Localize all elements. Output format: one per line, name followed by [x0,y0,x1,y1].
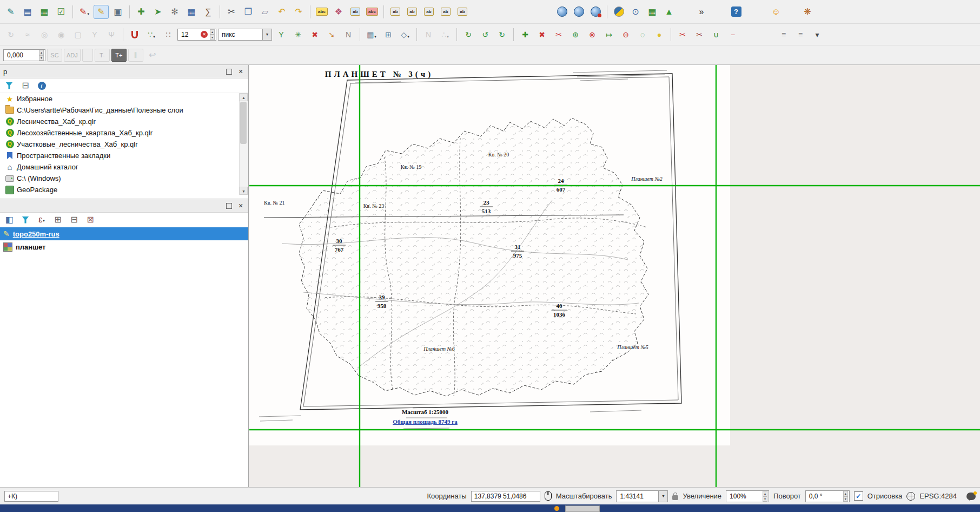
snapping-intersection-icon[interactable]: ✳ [290,28,306,42]
python-console-icon[interactable] [611,5,626,19]
spin-down-icon[interactable]: ▾ [39,55,44,61]
legend-list-icon[interactable]: ≡ [793,28,808,42]
spin-up-icon[interactable]: ▴ [210,29,215,35]
spinner-arrows[interactable]: ▴▾ [39,50,44,61]
mesh-transform-icon[interactable]: ⊞ [381,28,396,42]
plugin-smiley-icon[interactable]: ☺ [769,5,784,19]
magnifier-spinbox[interactable]: 100% ▴▾ [726,490,769,502]
layer-labeling-icon[interactable]: abc [314,5,329,19]
scroll-up-icon[interactable]: ▲ [240,93,248,101]
refresh-plugin-icon[interactable]: ↻ [461,28,476,42]
tolerance-spinbox[interactable]: 12✕▴▾ [177,29,216,41]
filter-expression-icon[interactable]: ε▾ [36,214,48,226]
browser-item[interactable]: QУчастковые_лесничества_Хаб_кр.qlr [1,139,248,150]
attribute-table-icon[interactable]: ▦ [184,5,199,19]
layer-item[interactable]: планшет [0,240,248,253]
metasearch-icon[interactable] [554,5,570,19]
locator-input[interactable]: +К) [4,491,58,502]
snapping-toggle-icon[interactable] [127,28,142,42]
merge-lines-icon[interactable]: ⊕ [568,28,583,42]
browser-panel-float-button[interactable] [224,67,233,76]
browser-item[interactable]: ★Избранное [1,93,248,104]
layer-item[interactable]: ✎topo250m-rus [0,227,248,240]
t-plus-button[interactable]: T+ [111,49,127,62]
snapping-options-icon[interactable]: ∷ [161,28,176,42]
layout-manager-icon[interactable]: ▤ [20,5,35,19]
browser-item[interactable]: Пространственные закладки [1,150,248,161]
new-map-view-icon[interactable]: ▦ [37,5,52,19]
topological-editing-icon[interactable]: Y [274,28,289,42]
filter-browser-icon[interactable] [3,80,15,91]
rotate-label-icon[interactable]: ab [438,5,453,19]
layer-diagram-icon[interactable]: ❖ [331,5,346,19]
pin-labels-icon[interactable]: ab [388,5,403,19]
scroll-down-icon[interactable]: ▼ [240,187,248,195]
chevron-down-icon[interactable]: ▼ [262,29,272,40]
paste-features-icon[interactable]: ▱ [257,5,273,19]
filter-legend-icon[interactable] [19,214,31,226]
split-line-icon[interactable]: ✂ [551,28,566,42]
redo-icon[interactable]: ↷ [291,5,306,19]
union-icon[interactable]: ∪ [708,28,724,42]
explode-line-icon[interactable]: ⊗ [585,28,600,42]
map-theme-icon[interactable]: ▦ [645,5,660,19]
browser-item[interactable]: QЛесохозяйственные_квартала_Хаб_кр.qlr [1,127,248,139]
properties-widget-icon[interactable]: i [36,80,48,91]
current-edits-icon[interactable]: ✎▾ [77,5,92,19]
spin-up-icon[interactable]: ▴ [39,50,44,55]
move-feature-icon[interactable]: ✚ [134,5,149,19]
bee-plugin-icon[interactable]: ❋ [800,5,815,19]
cut-features-icon[interactable]: ✂ [224,5,239,19]
layers-panel-close-button[interactable]: ✕ [236,201,245,210]
lock-scale-icon[interactable] [672,495,678,500]
toolbar-overflow-icon[interactable]: » [694,5,709,19]
copy-move-feature-icon[interactable]: ➤ [150,5,165,19]
show-hidden-labels-icon[interactable]: ab [405,5,420,19]
save-edits-icon[interactable]: ▣ [110,5,125,19]
scale-combobox[interactable]: 1:43141 ▼ [616,490,668,502]
difference-icon[interactable]: − [725,28,740,42]
rotation-spinbox[interactable]: 0,000▴▾ [3,49,45,61]
change-label-icon[interactable]: ab [455,5,470,19]
remove-layer-icon[interactable]: ⊠ [84,214,96,226]
spin-down-icon[interactable]: ▾ [210,35,215,40]
mouse-position-toggle-icon[interactable] [545,491,552,501]
browser-item[interactable]: ⌂Домашний каталог [1,161,248,173]
clear-value-icon[interactable]: ✕ [201,31,208,38]
rotation-spinbox[interactable]: 0,0 ° ▴▾ [805,490,850,502]
spinner-arrows[interactable]: ▴▾ [763,491,767,502]
map-canvas[interactable]: ПЛАНШЕТ № 3(ч) Кв. № 19 Кв. № 20 Кв. № 2… [249,65,980,487]
new-layout-icon[interactable]: ✎ [3,5,18,19]
collapse-all-icon[interactable]: ⊟ [19,80,31,91]
trim-line-icon[interactable]: ⊖ [618,28,633,42]
browser-item[interactable]: C:\ (Windows) [1,173,248,184]
cut-line-icon[interactable]: ✂ [692,28,707,42]
browser-item[interactable]: C:\Users\artte\Рабочая\Гис_данные\Полезн… [1,104,248,116]
browser-item[interactable]: GeoPackage [1,184,248,195]
collapse-all-icon[interactable]: ⊟ [68,214,80,226]
attributes-dialog-icon[interactable]: ✻ [167,5,182,19]
chevron-down-icon[interactable]: ▼ [658,491,667,502]
spinner-arrows[interactable]: ▴▾ [843,491,848,502]
scrollbar-thumb[interactable] [240,102,247,144]
copy-features-icon[interactable]: ❐ [241,5,256,19]
web-service-icon[interactable] [588,5,603,19]
close-line-icon[interactable]: ◌ [635,28,650,42]
label-rule-icon[interactable]: abc [365,5,380,19]
extend-line-icon[interactable]: ↦ [601,28,617,42]
reload-plugin-icon[interactable]: ↻ [494,28,509,42]
coordinates-input[interactable]: 137,8379 51,0486 [471,491,540,502]
sync-plugin-icon[interactable]: ↺ [478,28,493,42]
crs-globe-icon[interactable] [906,492,915,501]
taskbar-item[interactable] [565,506,600,512]
layers-panel-float-button[interactable] [224,201,233,210]
help-icon[interactable]: ? [729,5,744,19]
mesh-select-icon[interactable]: ◇▾ [398,28,413,42]
messages-bubble-icon[interactable] [966,493,976,500]
mesh-digitize-icon[interactable]: ▦▾ [364,28,379,42]
cut-polygon-icon[interactable]: ✂ [675,28,690,42]
layer-list-icon[interactable]: ≡ [776,28,791,42]
elevation-profile-icon[interactable]: ▲ [661,5,677,19]
undo-icon[interactable]: ↶ [274,5,289,19]
browser-scrollbar[interactable]: ▲ ▼ [239,93,248,195]
